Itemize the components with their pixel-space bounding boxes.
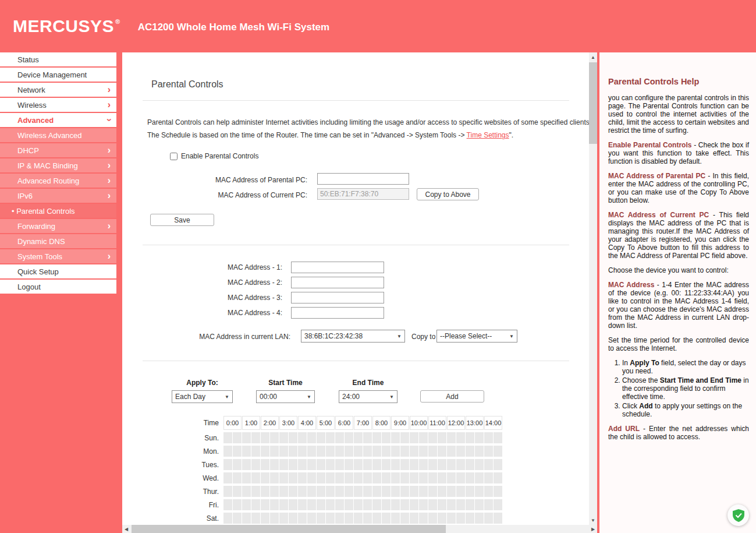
help-term: MAC Address of Current PC [608, 211, 709, 219]
schedule-slot [363, 432, 372, 443]
start-time-select[interactable]: 00:00 ▼ [256, 390, 315, 403]
schedule-slot [428, 513, 437, 524]
mac-address-2-input[interactable] [291, 277, 384, 288]
registered-mark: ® [115, 18, 120, 25]
mac-address-1-input[interactable] [291, 262, 384, 273]
schedule-hour-group [335, 499, 354, 510]
schedule-slot [363, 486, 372, 497]
horizontal-scrollbar-thumb[interactable] [132, 525, 446, 533]
sidebar-item-wireless[interactable]: Wireless› [0, 98, 116, 112]
sidebar-item-system-tools[interactable]: System Tools› [0, 249, 116, 263]
copy-to-above-button[interactable]: Copy to Above [417, 188, 479, 200]
schedule-slot [438, 459, 446, 470]
sidebar-item-network[interactable]: Network› [0, 83, 116, 97]
schedule-hour-group [298, 446, 317, 457]
schedule-slot [372, 499, 381, 510]
mac-address-row: MAC Address - 2: [122, 276, 530, 288]
schedule-slot [456, 472, 465, 483]
scroll-up-arrow-icon[interactable]: ▲ [589, 53, 597, 61]
end-time-header: End Time [339, 379, 397, 387]
schedule-hour-group [354, 486, 372, 497]
schedule-hour-group [447, 472, 466, 483]
schedule-slot [335, 459, 344, 470]
brand-name: MERCUSYS [13, 16, 114, 36]
vertical-scrollbar[interactable]: ▲ ▼ [589, 52, 597, 525]
schedule-slot [475, 459, 484, 470]
sidebar-item-ipv6[interactable]: IPv6› [0, 189, 116, 203]
schedule-hour-group [484, 513, 503, 524]
schedule-hour-group [242, 459, 261, 470]
apply-to-select[interactable]: Each Day ▼ [172, 390, 233, 403]
sidebar-item-logout[interactable]: Logout [0, 280, 116, 294]
schedule-slot [279, 459, 288, 470]
lan-mac-select[interactable]: 38:6B:1C:23:42:38 ▼ [301, 330, 405, 343]
apply-to-header: Apply To: [172, 379, 233, 387]
schedule-hour-group [279, 472, 298, 483]
mac-address-4-input[interactable] [291, 307, 384, 319]
schedule-slot [466, 459, 474, 470]
dropdown-arrow-icon: ▼ [509, 334, 514, 339]
enable-parental-controls-checkbox[interactable] [170, 153, 178, 160]
parental-pc-input[interactable] [317, 173, 409, 185]
schedule-hour-group [317, 499, 335, 510]
sidebar-item-wireless-advanced[interactable]: Wireless Advanced [0, 128, 116, 142]
schedule-hour-group [372, 486, 391, 497]
dropdown-arrow-icon: ▼ [389, 394, 394, 400]
schedule-slot [382, 432, 391, 443]
sidebar-item-forwarding[interactable]: Forwarding› [0, 219, 116, 233]
chevron-right-icon: › [108, 146, 111, 155]
schedule-hour-group [223, 513, 242, 524]
schedule-slot [307, 472, 316, 483]
schedule-slot [307, 513, 316, 524]
scroll-right-arrow-icon[interactable]: ▶ [589, 525, 597, 533]
add-button[interactable]: Add [420, 390, 484, 403]
support-shield-button[interactable] [727, 504, 749, 526]
schedule-slot [438, 513, 446, 524]
sidebar-item-dynamic-dns[interactable]: Dynamic DNS [0, 234, 116, 248]
sidebar-item-advanced[interactable]: Advanced› [0, 113, 116, 127]
schedule-slot [456, 432, 465, 443]
schedule-slot [475, 432, 484, 443]
schedule-slot [372, 459, 381, 470]
schedule-slot [233, 472, 242, 483]
schedule-slot [382, 499, 391, 510]
sidebar-item-device-management[interactable]: Device Management [0, 68, 116, 82]
horizontal-scrollbar[interactable]: ◀ ▶ [122, 525, 597, 533]
save-button[interactable]: Save [150, 214, 214, 226]
schedule-slot [391, 472, 400, 483]
sidebar-item-status[interactable]: Status [0, 52, 116, 66]
schedule-slot [298, 432, 307, 443]
schedule-day-label: Thur. [122, 488, 223, 496]
mac-address-3-input[interactable] [291, 292, 384, 303]
schedule-slot [428, 472, 437, 483]
schedule-slot [438, 446, 446, 457]
copy-to-select[interactable]: --Please Select-- ▼ [436, 330, 517, 343]
scroll-down-arrow-icon[interactable]: ▼ [589, 516, 597, 524]
help-paragraph: Set the time period for the controlled d… [608, 336, 749, 352]
schedule-hour-group [335, 513, 354, 524]
schedule-hour-group [242, 446, 261, 457]
schedule-hour-group [466, 459, 484, 470]
sidebar-item-quick-setup[interactable]: Quick Setup [0, 264, 116, 278]
schedule-slot [419, 459, 428, 470]
help-panel: Parental Controls Help you can configure… [599, 52, 756, 533]
sidebar-item-advanced-routing[interactable]: Advanced Routing› [0, 174, 116, 188]
time-settings-link[interactable]: Time Settings [467, 131, 509, 139]
description-line-2: The Schedule is based on the time of the… [147, 131, 513, 139]
end-time-select[interactable]: 24:00 ▼ [339, 390, 397, 403]
schedule-slot [261, 446, 269, 457]
schedule-slot [400, 513, 409, 524]
sidebar-item-parental-controls[interactable]: • Parental Controls [0, 204, 116, 218]
schedule-slot [279, 472, 288, 483]
vertical-scrollbar-thumb[interactable] [589, 62, 597, 144]
schedule-slot [456, 459, 465, 470]
lan-mac-label: MAC Address in current LAN: [122, 333, 290, 341]
scroll-left-arrow-icon[interactable]: ◀ [122, 525, 130, 533]
schedule-day-label: Sun. [122, 434, 223, 442]
schedule-slot [410, 499, 418, 510]
schedule-hour-group [279, 486, 298, 497]
sidebar-item-dhcp[interactable]: DHCP› [0, 143, 116, 157]
description-text: ". [509, 131, 514, 139]
sidebar-item-ip-mac-binding[interactable]: IP & MAC Binding› [0, 158, 116, 172]
schedule-slot [484, 432, 493, 443]
